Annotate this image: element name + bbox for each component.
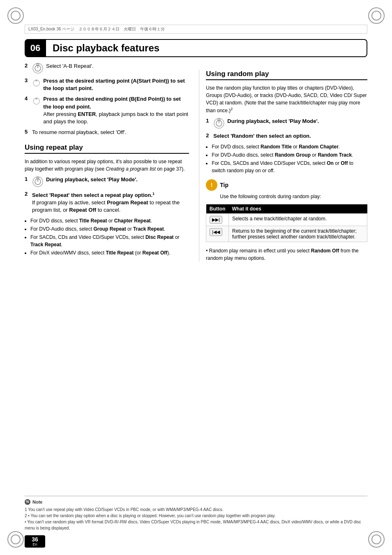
- note-line-1: 1 You can't use repeat play with Video C…: [25, 506, 367, 513]
- bullet-dvd-repeat: For DVD discs, select Title Repeat or Ch…: [30, 217, 189, 224]
- dial-icon-random1: [213, 118, 225, 129]
- svg-point-6: [33, 98, 39, 104]
- file-info-bar: LX03_En.book 36 ページ ２００８年６月２４日 火曜日 午後６時１…: [25, 25, 367, 34]
- tip-header: ! Tip: [206, 179, 367, 191]
- tip-icon: !: [206, 179, 217, 191]
- svg-point-14: [218, 119, 220, 121]
- dial-icon-repeat1: [32, 176, 44, 187]
- bullet-dvd-random: For DVD discs, select Random Title or Ra…: [212, 143, 367, 150]
- step-5-text: To resume normal playback, select 'Off'.: [32, 129, 126, 136]
- corner-decoration-tl: [7, 7, 24, 24]
- action-cell-1: Selects a new track/title/chapter at ran…: [228, 213, 367, 226]
- repeat-step-2-row: 2 Select 'Repeat' then select a repeat p…: [25, 191, 189, 214]
- corner-decoration-tr: [368, 7, 385, 24]
- corner-decoration-bl: [7, 531, 24, 548]
- random-section-heading: Using random play: [206, 70, 367, 80]
- repeat-step-1-row: 1 During playback, select 'Play Mode'.: [25, 176, 189, 187]
- repeat-intro-text: In addition to various repeat play optio…: [25, 158, 189, 173]
- chapter-title: Disc playback features: [53, 42, 159, 54]
- table-row: ▶▶| Selects a new track/title/chapter at…: [206, 213, 367, 226]
- page-number-box: 36 En: [25, 535, 45, 548]
- random-play-note: • Random play remains in effect until yo…: [206, 247, 367, 262]
- step-5-row: 5 To resume normal playback, select 'Off…: [25, 129, 189, 136]
- button-cell-1: ▶▶|: [206, 213, 229, 226]
- table-header-button: Button: [206, 204, 229, 214]
- table-header-action: What it does: [228, 204, 367, 214]
- step-4-text: Press at the desired ending point (B(End…: [43, 95, 189, 125]
- dial-icon-step2: [32, 62, 44, 74]
- note-box: N Note 1 You can't use repeat play with …: [25, 496, 367, 532]
- chapter-title-box: Disc playback features: [46, 39, 367, 57]
- note-line-2: 2 • You can set the random play option w…: [25, 513, 367, 519]
- repeat-section-heading: Using repeat play: [25, 143, 189, 154]
- tip-box: ! Tip Use the following controls during …: [206, 179, 367, 200]
- repeat-step-2-text: Select 'Repeat' then select a repeat pla…: [32, 191, 189, 214]
- step-4-number: 4: [25, 95, 30, 102]
- chapter-number: 06: [25, 39, 46, 57]
- step-5-number: 5: [25, 129, 30, 135]
- corner-decoration-br: [368, 531, 385, 548]
- table-row: |◀◀ Returns to the beginning of the curr…: [206, 226, 367, 242]
- main-content: 2 Select 'A-B Repeat'. 3 Press at the de…: [25, 62, 367, 514]
- repeat-step-1-text: During playback, select 'Play Mode'.: [46, 176, 138, 183]
- note-line-3: • You can't use random play with VR form…: [25, 519, 367, 531]
- random-step-1-text: During playback, select 'Play Mode'.: [227, 118, 319, 125]
- svg-point-5: [36, 80, 37, 81]
- svg-point-2: [37, 64, 39, 66]
- note-header: N Note: [25, 499, 367, 506]
- page-number: 36: [32, 536, 38, 542]
- repeat-bullet-list: For DVD discs, select Title Repeat or Ch…: [30, 217, 189, 257]
- svg-point-7: [36, 98, 37, 99]
- skip-back-button: |◀◀: [210, 228, 222, 236]
- bullet-divx-repeat: For DivX video/WMV discs, select Title R…: [30, 249, 189, 257]
- step-2-text: Select 'A-B Repeat'.: [46, 62, 94, 70]
- bullet-dvdaudio-random: For DVD-Audio discs, select Random Group…: [212, 151, 367, 159]
- right-col-inner: Using random play Use the random play fu…: [199, 70, 367, 262]
- step-3-row: 3 Press at the desired starting point (A…: [25, 77, 189, 92]
- page-lang: En: [32, 542, 37, 546]
- random-step-2-number: 2: [206, 132, 211, 139]
- random-step-1-row: 1 During playback, select 'Play Mode'.: [206, 118, 367, 129]
- repeat-step-2-number: 2: [25, 191, 30, 197]
- skip-forward-button: ▶▶|: [210, 216, 222, 224]
- left-column: 2 Select 'A-B Repeat'. 3 Press at the de…: [25, 62, 189, 514]
- tip-intro-text: Use the following controls during random…: [220, 193, 367, 200]
- action-cell-2: Returns to the beginning of the current …: [228, 226, 367, 242]
- random-intro-text: Use the random play function to play tit…: [206, 84, 367, 114]
- right-column: Using random play Use the random play fu…: [199, 62, 367, 514]
- chapter-header: 06 Disc playback features: [25, 39, 367, 57]
- tip-label: Tip: [220, 182, 228, 188]
- dial-icon-step4: [32, 95, 41, 107]
- random-step-1-number: 1: [206, 118, 211, 124]
- bullet-sacd-repeat: For SACDs, CDs and Video CD/Super VCDs, …: [30, 234, 189, 248]
- svg-text:!: !: [211, 182, 213, 188]
- bullet-cd-random: For CDs, SACDs and Video CD/Super VCDs, …: [212, 160, 367, 174]
- note-label: Note: [32, 499, 42, 506]
- controls-table: Button What it does ▶▶| Selects a new tr…: [206, 204, 367, 242]
- step-2-row: 2 Select 'A-B Repeat'.: [25, 62, 189, 74]
- step-2-number: 2: [25, 62, 30, 69]
- step-3-number: 3: [25, 77, 30, 83]
- step-3-text: Press at the desired starting point (A(S…: [43, 77, 189, 92]
- random-step-2-text: Select 'Random' then select an option.: [213, 132, 311, 140]
- repeat-step-1-number: 1: [25, 176, 30, 182]
- svg-point-10: [37, 177, 39, 179]
- step-4-row: 4 Press at the desired ending point (B(E…: [25, 95, 189, 125]
- button-cell-2: |◀◀: [206, 226, 229, 242]
- file-info-text: LX03_En.book 36 ページ ２００８年６月２４日 火曜日 午後６時１…: [28, 26, 165, 32]
- dial-icon-step3: [32, 77, 41, 89]
- svg-point-4: [33, 80, 39, 86]
- bullet-dvdaudio-repeat: For DVD-Audio discs, select Group Repeat…: [30, 225, 189, 233]
- random-step-2-row: 2 Select 'Random' then select an option.: [206, 132, 367, 140]
- random-bullet-list: For DVD discs, select Random Title or Ra…: [212, 143, 367, 174]
- note-icon: N: [25, 499, 30, 505]
